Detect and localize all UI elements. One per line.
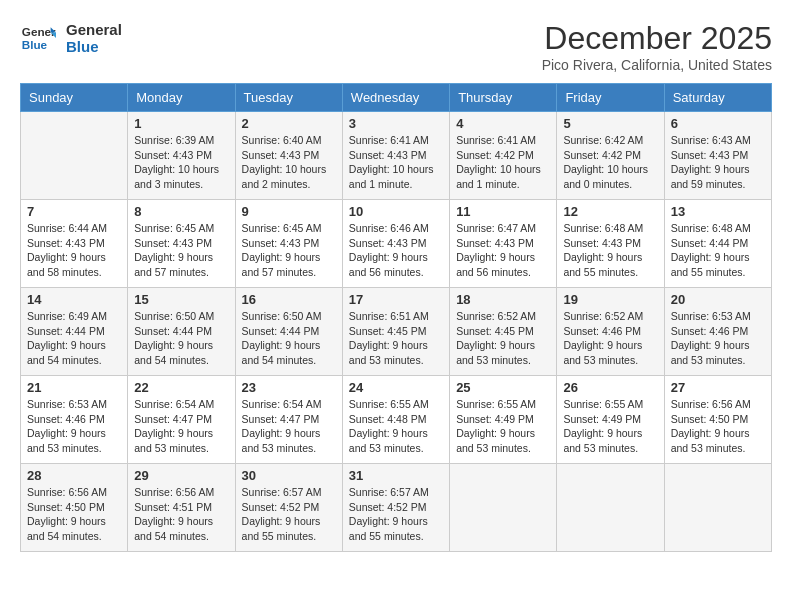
calendar-cell: 16Sunrise: 6:50 AMSunset: 4:44 PMDayligh… [235,288,342,376]
cell-content: Sunrise: 6:45 AMSunset: 4:43 PMDaylight:… [134,221,228,280]
cell-content: Sunrise: 6:40 AMSunset: 4:43 PMDaylight:… [242,133,336,192]
calendar-cell: 20Sunrise: 6:53 AMSunset: 4:46 PMDayligh… [664,288,771,376]
cell-content: Sunrise: 6:55 AMSunset: 4:49 PMDaylight:… [456,397,550,456]
day-number: 4 [456,116,550,131]
cell-content: Sunrise: 6:53 AMSunset: 4:46 PMDaylight:… [671,309,765,368]
header-cell-saturday: Saturday [664,84,771,112]
cell-content: Sunrise: 6:49 AMSunset: 4:44 PMDaylight:… [27,309,121,368]
cell-content: Sunrise: 6:48 AMSunset: 4:43 PMDaylight:… [563,221,657,280]
cell-content: Sunrise: 6:53 AMSunset: 4:46 PMDaylight:… [27,397,121,456]
day-number: 20 [671,292,765,307]
day-number: 26 [563,380,657,395]
logo-text-blue: Blue [66,38,122,55]
cell-content: Sunrise: 6:54 AMSunset: 4:47 PMDaylight:… [242,397,336,456]
calendar-cell: 26Sunrise: 6:55 AMSunset: 4:49 PMDayligh… [557,376,664,464]
subtitle: Pico Rivera, California, United States [542,57,772,73]
cell-content: Sunrise: 6:55 AMSunset: 4:48 PMDaylight:… [349,397,443,456]
calendar-cell: 22Sunrise: 6:54 AMSunset: 4:47 PMDayligh… [128,376,235,464]
calendar-cell [664,464,771,552]
cell-content: Sunrise: 6:52 AMSunset: 4:45 PMDaylight:… [456,309,550,368]
logo: General Blue General Blue [20,20,122,56]
calendar-week-4: 21Sunrise: 6:53 AMSunset: 4:46 PMDayligh… [21,376,772,464]
calendar-cell: 3Sunrise: 6:41 AMSunset: 4:43 PMDaylight… [342,112,449,200]
day-number: 31 [349,468,443,483]
day-number: 14 [27,292,121,307]
calendar-cell: 30Sunrise: 6:57 AMSunset: 4:52 PMDayligh… [235,464,342,552]
day-number: 16 [242,292,336,307]
svg-text:Blue: Blue [22,38,48,51]
day-number: 25 [456,380,550,395]
day-number: 2 [242,116,336,131]
cell-content: Sunrise: 6:56 AMSunset: 4:51 PMDaylight:… [134,485,228,544]
calendar-table: SundayMondayTuesdayWednesdayThursdayFrid… [20,83,772,552]
calendar-cell: 14Sunrise: 6:49 AMSunset: 4:44 PMDayligh… [21,288,128,376]
calendar-header: SundayMondayTuesdayWednesdayThursdayFrid… [21,84,772,112]
logo-icon: General Blue [20,20,56,56]
day-number: 6 [671,116,765,131]
header-cell-tuesday: Tuesday [235,84,342,112]
calendar-cell: 8Sunrise: 6:45 AMSunset: 4:43 PMDaylight… [128,200,235,288]
day-number: 5 [563,116,657,131]
calendar-cell: 15Sunrise: 6:50 AMSunset: 4:44 PMDayligh… [128,288,235,376]
cell-content: Sunrise: 6:44 AMSunset: 4:43 PMDaylight:… [27,221,121,280]
title-block: December 2025 Pico Rivera, California, U… [542,20,772,73]
day-number: 28 [27,468,121,483]
calendar-week-1: 1Sunrise: 6:39 AMSunset: 4:43 PMDaylight… [21,112,772,200]
cell-content: Sunrise: 6:56 AMSunset: 4:50 PMDaylight:… [671,397,765,456]
header-cell-sunday: Sunday [21,84,128,112]
day-number: 30 [242,468,336,483]
calendar-cell: 24Sunrise: 6:55 AMSunset: 4:48 PMDayligh… [342,376,449,464]
calendar-cell [21,112,128,200]
calendar-cell: 18Sunrise: 6:52 AMSunset: 4:45 PMDayligh… [450,288,557,376]
calendar-week-3: 14Sunrise: 6:49 AMSunset: 4:44 PMDayligh… [21,288,772,376]
day-number: 12 [563,204,657,219]
calendar-cell: 6Sunrise: 6:43 AMSunset: 4:43 PMDaylight… [664,112,771,200]
calendar-cell: 31Sunrise: 6:57 AMSunset: 4:52 PMDayligh… [342,464,449,552]
cell-content: Sunrise: 6:47 AMSunset: 4:43 PMDaylight:… [456,221,550,280]
header-row: SundayMondayTuesdayWednesdayThursdayFrid… [21,84,772,112]
cell-content: Sunrise: 6:54 AMSunset: 4:47 PMDaylight:… [134,397,228,456]
logo-text-general: General [66,21,122,38]
cell-content: Sunrise: 6:42 AMSunset: 4:42 PMDaylight:… [563,133,657,192]
calendar-cell: 17Sunrise: 6:51 AMSunset: 4:45 PMDayligh… [342,288,449,376]
page-header: General Blue General Blue December 2025 … [20,20,772,73]
cell-content: Sunrise: 6:57 AMSunset: 4:52 PMDaylight:… [242,485,336,544]
day-number: 18 [456,292,550,307]
calendar-cell: 4Sunrise: 6:41 AMSunset: 4:42 PMDaylight… [450,112,557,200]
month-title: December 2025 [542,20,772,57]
day-number: 11 [456,204,550,219]
cell-content: Sunrise: 6:50 AMSunset: 4:44 PMDaylight:… [242,309,336,368]
calendar-cell: 19Sunrise: 6:52 AMSunset: 4:46 PMDayligh… [557,288,664,376]
calendar-cell: 23Sunrise: 6:54 AMSunset: 4:47 PMDayligh… [235,376,342,464]
calendar-week-2: 7Sunrise: 6:44 AMSunset: 4:43 PMDaylight… [21,200,772,288]
day-number: 27 [671,380,765,395]
day-number: 19 [563,292,657,307]
day-number: 24 [349,380,443,395]
calendar-body: 1Sunrise: 6:39 AMSunset: 4:43 PMDaylight… [21,112,772,552]
calendar-cell: 5Sunrise: 6:42 AMSunset: 4:42 PMDaylight… [557,112,664,200]
cell-content: Sunrise: 6:46 AMSunset: 4:43 PMDaylight:… [349,221,443,280]
calendar-cell: 2Sunrise: 6:40 AMSunset: 4:43 PMDaylight… [235,112,342,200]
cell-content: Sunrise: 6:55 AMSunset: 4:49 PMDaylight:… [563,397,657,456]
calendar-cell: 27Sunrise: 6:56 AMSunset: 4:50 PMDayligh… [664,376,771,464]
calendar-cell [557,464,664,552]
calendar-cell: 7Sunrise: 6:44 AMSunset: 4:43 PMDaylight… [21,200,128,288]
cell-content: Sunrise: 6:41 AMSunset: 4:42 PMDaylight:… [456,133,550,192]
day-number: 8 [134,204,228,219]
calendar-cell [450,464,557,552]
day-number: 29 [134,468,228,483]
day-number: 13 [671,204,765,219]
day-number: 1 [134,116,228,131]
calendar-cell: 13Sunrise: 6:48 AMSunset: 4:44 PMDayligh… [664,200,771,288]
header-cell-wednesday: Wednesday [342,84,449,112]
day-number: 22 [134,380,228,395]
day-number: 10 [349,204,443,219]
cell-content: Sunrise: 6:50 AMSunset: 4:44 PMDaylight:… [134,309,228,368]
day-number: 9 [242,204,336,219]
cell-content: Sunrise: 6:41 AMSunset: 4:43 PMDaylight:… [349,133,443,192]
day-number: 21 [27,380,121,395]
calendar-cell: 1Sunrise: 6:39 AMSunset: 4:43 PMDaylight… [128,112,235,200]
calendar-cell: 10Sunrise: 6:46 AMSunset: 4:43 PMDayligh… [342,200,449,288]
calendar-cell: 21Sunrise: 6:53 AMSunset: 4:46 PMDayligh… [21,376,128,464]
day-number: 15 [134,292,228,307]
